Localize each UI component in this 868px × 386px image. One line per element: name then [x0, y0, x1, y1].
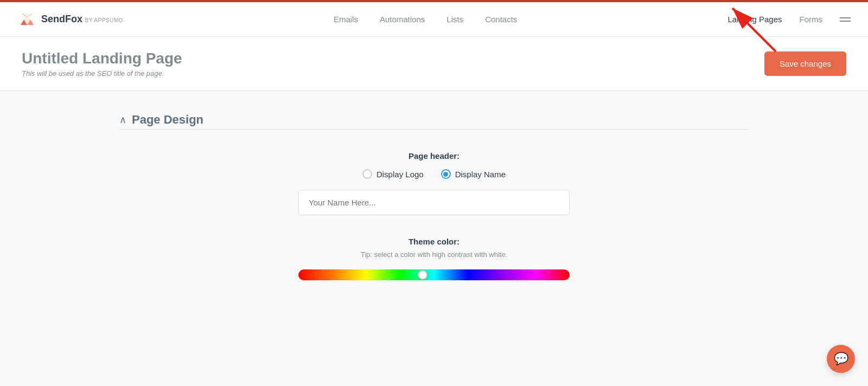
- page-title-area: Untitled Landing Page This will be used …: [22, 50, 182, 78]
- hamburger-line-1: [840, 17, 851, 18]
- logo-by: BY APPSUMO: [85, 17, 123, 23]
- radio-circle-name[interactable]: [441, 169, 451, 179]
- your-name-input[interactable]: [298, 190, 570, 215]
- page-header-form-group: Page header: Display Logo Display Name: [119, 151, 749, 215]
- collapse-chevron-icon[interactable]: ∧: [119, 114, 126, 126]
- radio-display-name[interactable]: Display Name: [441, 169, 506, 179]
- logo-text-area: SendFox BY APPSUMO: [41, 14, 123, 25]
- page-subtitle: This will be used as the SEO title of th…: [22, 69, 182, 78]
- sendfox-logo-icon: [17, 10, 37, 29]
- header-radio-group: Display Logo Display Name: [119, 169, 749, 179]
- section-divider: [119, 129, 749, 130]
- nav-contacts[interactable]: Contacts: [485, 15, 517, 24]
- main-content: ∧ Page Design Page header: Display Logo …: [108, 91, 760, 324]
- nav-forms[interactable]: Forms: [799, 15, 822, 24]
- color-spectrum-handle[interactable]: [418, 270, 427, 280]
- hamburger-line-2: [840, 21, 851, 22]
- page-header-section: Untitled Landing Page This will be used …: [0, 37, 868, 91]
- page-title: Untitled Landing Page: [22, 50, 182, 67]
- nav-automations[interactable]: Automations: [380, 15, 425, 24]
- page-header-label: Page header:: [119, 151, 749, 160]
- hamburger-menu[interactable]: [840, 17, 851, 22]
- radio-label-name: Display Name: [455, 170, 506, 179]
- nav-links: Emails Automations Lists Contacts: [334, 15, 517, 24]
- theme-color-form-group: Theme color: Tip: select a color with hi…: [119, 237, 749, 280]
- nav-emails[interactable]: Emails: [334, 15, 358, 24]
- color-spectrum[interactable]: [298, 269, 570, 280]
- navbar: SendFox BY APPSUMO Emails Automations Li…: [0, 2, 868, 37]
- radio-display-logo[interactable]: Display Logo: [362, 169, 424, 179]
- arrow-annotation: Save changes: [764, 52, 846, 76]
- theme-color-label: Theme color:: [119, 237, 749, 246]
- section-title: Page Design: [132, 113, 203, 127]
- theme-color-tip: Tip: select a color with high contrast w…: [119, 250, 749, 259]
- nav-landing-pages[interactable]: Landing Pages: [727, 15, 782, 24]
- color-spectrum-container: [119, 269, 749, 280]
- save-changes-button[interactable]: Save changes: [764, 52, 846, 76]
- logo-brand: SendFox: [41, 14, 82, 24]
- radio-label-logo: Display Logo: [376, 170, 424, 179]
- section-header: ∧ Page Design: [119, 113, 749, 127]
- nav-lists[interactable]: Lists: [446, 15, 463, 24]
- radio-circle-logo[interactable]: [362, 169, 372, 179]
- nav-right: Landing Pages Forms: [727, 15, 851, 24]
- logo-area: SendFox BY APPSUMO: [17, 10, 123, 29]
